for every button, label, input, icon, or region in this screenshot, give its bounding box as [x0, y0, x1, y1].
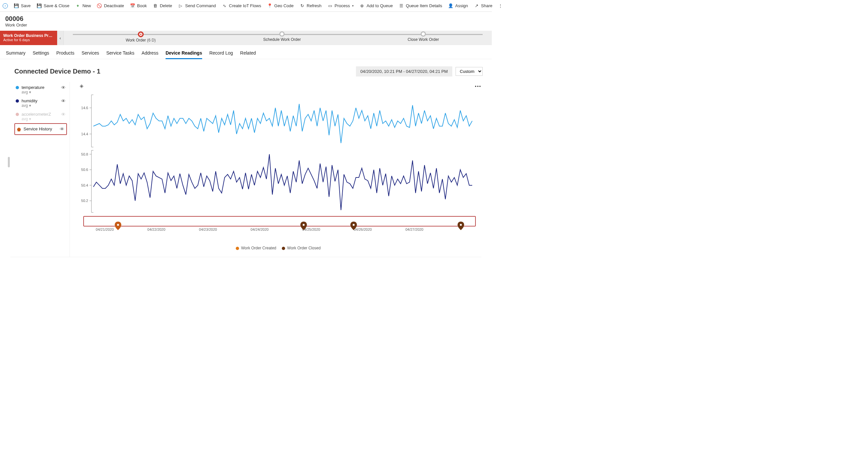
- tab-record-log[interactable]: Record Log: [209, 48, 233, 59]
- svg-text:14.6: 14.6: [81, 106, 88, 110]
- legend-agg: avg: [22, 103, 28, 108]
- scroll-grip[interactable]: [8, 157, 10, 167]
- process-active-for: Active for 6 days: [3, 38, 54, 42]
- section-divider: [10, 257, 482, 257]
- legend-item-accelerometer[interactable]: accelerometerZ avg▾ 👁: [14, 110, 67, 123]
- marker-legend: Work Order Created Work Order Closed: [78, 242, 479, 257]
- book-button[interactable]: 📅Book: [130, 3, 147, 8]
- chevron-down-icon[interactable]: ▾: [29, 103, 31, 108]
- pin-icon: [17, 127, 21, 131]
- assign-icon: 👤: [448, 3, 453, 8]
- tab-service-tasks[interactable]: Service Tasks: [106, 48, 134, 59]
- create-iot-flows-label: Create IoT Flows: [229, 3, 261, 8]
- time-range-preset[interactable]: Custom: [456, 67, 483, 76]
- queue-details-icon: ☰: [399, 3, 404, 8]
- share-button[interactable]: ↗Share: [474, 3, 492, 8]
- delete-button[interactable]: 🗑Delete: [153, 3, 172, 8]
- add-to-queue-button[interactable]: ⊕Add to Queue: [360, 3, 393, 8]
- send-command-button[interactable]: ▷Send Command: [178, 3, 216, 8]
- process-name: Work Order Business Pro...: [3, 33, 54, 38]
- trash-icon: 🗑: [153, 3, 158, 8]
- svg-text:04/21/2020: 04/21/2020: [96, 228, 114, 231]
- new-label: New: [82, 3, 91, 8]
- legend-item-temperature[interactable]: temperature avg▾ 👁: [14, 83, 67, 96]
- svg-point-20: [117, 224, 119, 226]
- stage-duration: (6 D): [147, 38, 156, 42]
- deactivate-button[interactable]: 🚫Deactivate: [97, 3, 124, 8]
- tab-address[interactable]: Address: [142, 48, 158, 59]
- tab-device-readings[interactable]: Device Readings: [165, 48, 202, 59]
- chevron-down-icon[interactable]: ▾: [29, 90, 31, 94]
- tab-services[interactable]: Services: [82, 48, 99, 59]
- pin-icon: 📍: [267, 3, 272, 8]
- layers-button[interactable]: ◈: [80, 83, 84, 89]
- send-icon: ▷: [178, 3, 183, 8]
- svg-text:50.2: 50.2: [81, 199, 88, 203]
- tab-products[interactable]: Products: [57, 48, 74, 59]
- delete-label: Delete: [160, 3, 172, 8]
- legend-name: humidity: [22, 98, 58, 103]
- chevron-down-icon[interactable]: ▾: [29, 117, 31, 121]
- queue-add-icon: ⊕: [360, 3, 365, 8]
- refresh-button[interactable]: ↻Refresh: [300, 3, 322, 8]
- timeseries-chart[interactable]: 14.414.650.250.450.650.804/21/202004/22/…: [78, 82, 476, 242]
- kebab-icon: ⋮: [498, 3, 503, 8]
- process-button[interactable]: ▭Process▾: [328, 3, 354, 8]
- process-name-block[interactable]: Work Order Business Pro... Active for 6 …: [0, 31, 57, 45]
- legend-agg: avg: [22, 90, 28, 94]
- legend-name: temperature: [22, 85, 58, 90]
- visibility-toggle[interactable]: 👁: [61, 98, 66, 104]
- legend-name: accelerometerZ: [22, 112, 58, 117]
- swatch-icon: [16, 113, 19, 116]
- flow-icon: ∿: [222, 3, 227, 8]
- overflow-button[interactable]: ⋮: [498, 3, 503, 8]
- back-button[interactable]: ›: [3, 3, 8, 8]
- calendar-icon: 📅: [130, 3, 135, 8]
- chevron-down-icon: ▾: [352, 4, 354, 7]
- save-close-button[interactable]: 💾Save & Close: [37, 3, 69, 8]
- stage-dot-icon: [421, 31, 426, 37]
- save-close-label: Save & Close: [44, 3, 69, 8]
- legend-name: Service History: [24, 126, 57, 131]
- create-iot-flows-button[interactable]: ∿Create IoT Flows: [222, 3, 261, 8]
- visibility-toggle[interactable]: 👁: [61, 112, 66, 117]
- stage-close[interactable]: Close Work Order: [407, 31, 439, 42]
- new-button[interactable]: +New: [75, 3, 91, 8]
- save-button[interactable]: 💾Save: [14, 3, 31, 8]
- tab-related[interactable]: Related: [240, 48, 256, 59]
- page-title: 00006: [5, 15, 487, 23]
- svg-text:04/22/2020: 04/22/2020: [147, 228, 165, 231]
- assign-button[interactable]: 👤Assign: [448, 3, 468, 8]
- stage-label: Schedule Work Order: [263, 37, 301, 42]
- legend-agg: avg: [22, 117, 28, 121]
- legend-item-service-history[interactable]: Service History 👁: [14, 123, 67, 135]
- svg-text:50.8: 50.8: [81, 152, 88, 156]
- visibility-toggle[interactable]: 👁: [61, 85, 66, 90]
- geo-code-button[interactable]: 📍Geo Code: [267, 3, 293, 8]
- time-range-display[interactable]: 04/20/2020, 10:21 PM - 04/27/2020, 04:21…: [356, 66, 452, 77]
- chart-area: ◈ ••• 14.414.650.250.450.650.804/21/2020…: [70, 82, 483, 257]
- tab-summary[interactable]: Summary: [6, 48, 26, 59]
- save-icon: 💾: [14, 3, 19, 8]
- stage-work-order[interactable]: Work Order (6 D): [126, 31, 156, 42]
- svg-text:50.4: 50.4: [81, 183, 88, 187]
- process-bar: Work Order Business Pro... Active for 6 …: [0, 31, 492, 45]
- svg-text:04/24/2020: 04/24/2020: [250, 228, 269, 231]
- process-collapse-button[interactable]: ‹: [57, 31, 64, 45]
- tab-settings[interactable]: Settings: [33, 48, 49, 59]
- command-bar: › 💾Save 💾Save & Close +New 🚫Deactivate 📅…: [0, 0, 492, 12]
- legend-item-humidity[interactable]: humidity avg▾ 👁: [14, 96, 67, 110]
- process-label: Process: [335, 3, 350, 8]
- process-stages: Work Order (6 D) Schedule Work Order Clo…: [64, 31, 492, 45]
- visibility-toggle[interactable]: 👁: [60, 126, 64, 132]
- more-icon: •••: [475, 84, 482, 89]
- page-header: 00006 Work Order: [0, 12, 492, 31]
- share-icon: ↗: [474, 3, 479, 8]
- send-command-label: Send Command: [185, 3, 216, 8]
- chart-legend-panel: temperature avg▾ 👁 humidity avg▾ 👁: [14, 82, 70, 257]
- deactivate-icon: 🚫: [97, 3, 102, 8]
- svg-text:04/23/2020: 04/23/2020: [199, 228, 217, 231]
- chart-more-button[interactable]: •••: [475, 84, 482, 89]
- queue-item-details-button[interactable]: ☰Queue Item Details: [399, 3, 442, 8]
- stage-schedule[interactable]: Schedule Work Order: [263, 31, 301, 42]
